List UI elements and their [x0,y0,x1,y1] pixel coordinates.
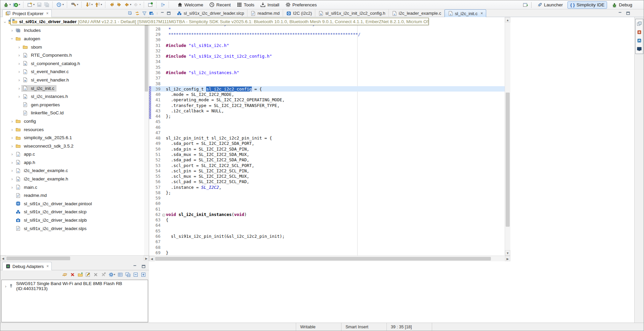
tree-item-main.c[interactable]: ›cmain.c [0,183,144,191]
code-line-49[interactable]: 49 .sda_port = SL_I2C_I2C2_SDA_PORT, [149,141,505,146]
chevron-collapsed-icon[interactable]: › [9,160,15,165]
chevron-collapsed-icon[interactable]: › [9,144,15,149]
dropdown-arrow-icon[interactable]: ▾ [114,273,115,276]
tree-item-app.h[interactable]: ›happ.h [0,158,144,167]
tree-item-sl_si91x_i2c_driver_leader.slpb[interactable]: sl_si91x_i2c_driver_leader.slpb [0,216,144,224]
chevron-collapsed-icon[interactable]: › [16,94,22,99]
code-line-31[interactable]: 31#include "sl_si91x_i2c.h" [149,43,505,48]
chevron-collapsed-icon[interactable]: › [9,185,15,190]
scroll-thumb[interactable] [6,257,70,260]
code-line-64[interactable]: 64 [149,223,505,228]
tab-debug-adapters[interactable]: Debug Adapters × [2,262,52,270]
dropdown-arrow-icon[interactable]: ▾ [139,3,141,6]
tree-item-sbom[interactable]: ›sbom [0,43,144,51]
fold-collapse-icon[interactable]: − [161,212,166,217]
code-line-56[interactable]: 56 .scl_pad = SL_I2C_I2C2_SCL_PAD, [149,179,505,184]
adapter-list-item[interactable]: › SiWG917 Single Band Wi-Fi and BLE 8MB … [2,282,148,290]
code-line-46[interactable]: 46 [149,124,505,130]
dropdown-arrow-icon[interactable]: ▾ [77,3,78,6]
link-with-editor-button[interactable] [134,10,140,16]
tree-item-autogen[interactable]: ›autogen [0,35,144,43]
chevron-collapsed-icon[interactable]: › [16,61,22,66]
back-button[interactable]: ▾ [123,1,132,8]
save-button[interactable] [36,1,43,8]
copy-table-button[interactable] [125,272,131,278]
maximize-editor-button[interactable] [626,10,631,16]
editor-tab[interactable]: readme.md [247,9,283,17]
code-line-60[interactable]: 60 [149,201,505,206]
tree-item-target[interactable]: sl_si91x_i2c_driver_leader.slps [15,226,88,231]
tree-item-sl_event_handler.c[interactable]: ›csl_event_handler.c [0,68,144,76]
tree-item-target[interactable]: sbom [22,44,44,50]
code-line-40[interactable]: 40 .mode = SL_I2C_I2C2_MODE, [149,92,505,97]
gray-tools-button[interactable] [100,272,106,278]
table-button[interactable] [117,272,123,278]
code-line-41[interactable]: 41 .operating_mode = SL_I2C_I2C2_OPERATI… [149,97,505,103]
tree-item-target[interactable]: sl_si91x_i2c_driver_leader.slcp [15,209,88,215]
scroll-right-arrow[interactable]: ▶ [144,256,149,261]
scroll-thumb[interactable] [155,257,491,261]
tree-item-target[interactable]: sl_si91x_i2c_driver_leader.slpb [15,217,89,223]
chevron-collapsed-icon[interactable]: › [9,176,15,181]
tree-item-i2c_leader_example.h[interactable]: ›hi2c_leader_example.h [0,175,144,183]
dropdown-arrow-icon[interactable]: ▾ [33,3,35,6]
tree-item-sl_component_catalog.h[interactable]: ›hsl_component_catalog.h [0,59,144,68]
chevron-collapsed-icon[interactable]: › [16,86,22,91]
tree-item-target[interactable]: hi2c_leader_example.h [15,176,70,182]
code-line-57[interactable]: 57 .instance = SL_I2C2, [149,184,505,190]
tree-item-RTE_Components.h[interactable]: ›hRTE_Components.h [0,51,144,59]
close-icon[interactable]: × [480,11,483,16]
scroll-down-arrow[interactable]: ▼ [505,250,510,256]
tree-item-target[interactable]: simplicity_sdk_2025.6.1 [15,135,74,141]
code-line-42[interactable]: 42 .transfer_type = SL_I2C_I2C2_TRANSFER… [149,103,505,108]
tree-item-target[interactable]: linkerfile_SoC.ld [22,110,65,116]
fastview-red-button[interactable] [636,29,642,35]
tree-item-target[interactable]: ci2c_leader_example.c [15,168,70,173]
code-line-30[interactable]: 30 [149,37,505,43]
editor-vscrollbar[interactable]: ▲ ▼ [505,17,510,256]
perspective-debug[interactable]: Debug [609,1,635,9]
tree-item-readme.md[interactable]: readme.md [0,191,144,200]
view-menu-button[interactable] [155,10,159,16]
debug-adapters-list[interactable]: › SiWG917 Single Band Wi-Fi and BLE 8MB … [1,280,148,322]
minimize-button[interactable] [160,10,165,16]
editor-tab[interactable]: sl_si91x_i2c_driver_leader.slcp [174,9,247,17]
code-line-53[interactable]: 53 .scl_port = SL_I2C_I2C2_SCL_PORT, [149,163,505,168]
dropdown-arrow-icon[interactable]: ▾ [130,3,131,6]
prev-annotation-button[interactable]: ▾ [94,1,103,8]
menu-preferences[interactable]: Preferences [283,1,319,8]
editor-tab[interactable]: I2C (i2c2) [283,9,315,17]
history-button[interactable]: ▾ [55,1,65,8]
chevron-collapsed-icon[interactable]: › [9,127,15,132]
chevron-collapsed-icon[interactable]: › [9,152,15,157]
code-line-37[interactable]: 37 [149,75,505,81]
tree-item-gen.properties[interactable]: gen.properties [0,101,144,109]
code-line-61[interactable]: 61 [149,206,505,212]
tree-item-wiseconnect3_sdk_3.5.2[interactable]: ›wiseconnect3_sdk_3.5.2 [0,142,144,150]
delete-button[interactable] [93,272,99,278]
code-line-68[interactable]: 68 [149,244,505,250]
tree-item-target[interactable]: wiseconnect3_sdk_3.5.2 [15,143,75,149]
perspective-launcher[interactable]: Launcher [534,1,565,9]
code-line-52[interactable]: 52 .sda_pad = SL_I2C_I2C2_SDA_PAD, [149,157,505,163]
chevron-collapsed-icon[interactable]: › [16,53,22,58]
tree-item-sl_i2c_instances.h[interactable]: ›hsl_i2c_instances.h [0,92,144,101]
code-line-29[interactable]: 29 *************************************… [149,32,505,37]
next-annotation-button[interactable]: ▾ [84,1,94,8]
maximize-button[interactable] [166,10,172,16]
tree-item-simplicity_sdk_2025.6.1[interactable]: ›simplicity_sdk_2025.6.1 [0,133,144,142]
connect-button[interactable] [62,272,68,278]
chevron-collapsed-icon[interactable]: › [16,69,22,74]
disconnect-button[interactable] [70,272,76,278]
tree-item-target[interactable]: readme.md [15,192,48,198]
code-line-38[interactable]: 38 [149,81,505,86]
editor-tab[interactable]: ci2c_leader_example.c [389,9,445,17]
tree-item-app.c[interactable]: ›capp.c [0,150,144,159]
code-line-51[interactable]: 51 .sda_mux = SL_I2C_I2C2_SDA_MUX, [149,152,505,157]
code-line-45[interactable]: 45 [149,119,505,124]
code-line-58[interactable]: 58}; [149,190,505,195]
scroll-right-arrow[interactable]: ▶ [505,256,510,261]
code-line-63[interactable]: 63{ [149,217,505,223]
tree-item-target[interactable]: sl_si91x_i2c_driver_leader.pintool [15,201,94,207]
tree-item-resources[interactable]: ›resources [0,125,144,134]
